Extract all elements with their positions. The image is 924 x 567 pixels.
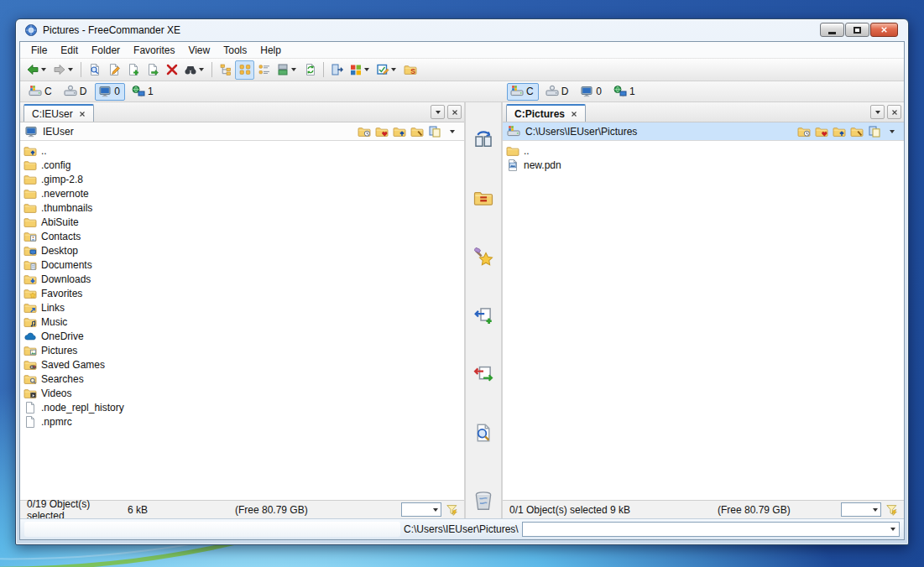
file-row[interactable]: .. (20, 143, 464, 158)
filter-combo[interactable] (401, 502, 441, 517)
delete-button[interactable] (162, 60, 181, 80)
maximize-button[interactable] (845, 23, 869, 37)
path-actions-caret[interactable] (445, 124, 460, 138)
drive-button-d[interactable]: D (60, 83, 92, 101)
preview-file-button[interactable] (472, 423, 494, 445)
new-file-button[interactable] (123, 60, 143, 80)
favorite-tools-button[interactable] (472, 247, 494, 268)
file-row[interactable]: .. (503, 143, 904, 158)
folder-up-level-button[interactable] (392, 124, 407, 138)
close-button[interactable] (870, 23, 898, 37)
tab-row-close-button[interactable] (447, 105, 462, 119)
sync-folders-button[interactable] (472, 364, 494, 386)
quick-exit-button[interactable] (327, 60, 347, 80)
menu-favorites[interactable]: Favorites (127, 43, 181, 58)
file-row[interactable]: Links (20, 300, 464, 315)
file-row[interactable]: Music (20, 315, 464, 329)
command-line-input[interactable] (522, 522, 900, 537)
dropdown-caret-icon[interactable] (39, 68, 48, 71)
forward-button[interactable] (50, 60, 77, 80)
menu-folder[interactable]: Folder (85, 43, 127, 58)
icons-view-button[interactable] (235, 60, 254, 80)
file-row[interactable]: Searches (20, 372, 464, 386)
dropdown-caret-icon[interactable] (363, 68, 371, 71)
copy-path-button[interactable] (427, 124, 442, 138)
tab-close-icon[interactable] (79, 111, 86, 117)
copy-path-button[interactable] (867, 124, 882, 138)
folder-root-button[interactable] (410, 124, 425, 138)
menu-tools[interactable]: Tools (217, 43, 253, 58)
left-tab[interactable]: C:IEUser (23, 104, 94, 122)
edit-file-button[interactable] (104, 60, 123, 80)
copy-add-button[interactable] (472, 305, 494, 327)
folder-heart-button[interactable] (374, 124, 389, 138)
filter-combo[interactable] (841, 502, 881, 517)
folder-sync-button[interactable]: S (400, 60, 420, 80)
menu-edit[interactable]: Edit (54, 43, 85, 58)
copy-file-button[interactable] (143, 60, 162, 80)
right-path-bar[interactable]: C:\Users\IEUser\Pictures (503, 122, 904, 141)
file-row[interactable]: OneDrive (20, 329, 464, 343)
dropdown-caret-icon[interactable] (389, 68, 398, 71)
minimize-button[interactable] (820, 23, 844, 37)
drive-button-1[interactable]: 1 (128, 83, 159, 101)
windows-tools-button[interactable] (347, 60, 373, 80)
file-row[interactable]: AbiSuite (20, 215, 464, 229)
view-file-button[interactable] (85, 60, 104, 80)
title-bar[interactable]: Pictures - FreeCommander XE (19, 19, 905, 41)
menu-help[interactable]: Help (253, 43, 288, 58)
tab-close-icon[interactable] (571, 111, 577, 117)
file-row[interactable]: .gimp-2.8 (20, 172, 464, 186)
dropdown-caret-icon[interactable] (66, 68, 75, 71)
folder-heart-button[interactable] (814, 124, 829, 138)
folder-root-button[interactable] (849, 124, 864, 138)
file-row[interactable]: Desktop (20, 243, 464, 257)
back-button[interactable] (23, 60, 50, 80)
split-view-button[interactable] (274, 60, 300, 80)
folder-up-level-button[interactable] (832, 124, 847, 138)
file-row[interactable]: Videos (20, 386, 464, 400)
file-row[interactable]: .node_repl_history (20, 400, 464, 414)
tab-list-button[interactable] (870, 105, 885, 119)
search-button[interactable] (181, 60, 208, 80)
file-row[interactable]: .thumbnails (20, 200, 464, 215)
drive-button-c[interactable]: C (25, 83, 57, 101)
file-row[interactable]: .config (20, 158, 464, 172)
file-row[interactable]: Pictures (20, 343, 464, 357)
drive-button-0[interactable]: 0 (577, 83, 607, 101)
file-row[interactable]: new.pdn (503, 158, 904, 172)
drive-button-c[interactable]: C (507, 83, 539, 101)
tab-list-button[interactable] (431, 105, 445, 119)
file-row[interactable]: Contacts (20, 229, 464, 243)
file-row[interactable]: .nevernote (20, 186, 464, 200)
compare-folders-button[interactable] (472, 188, 494, 210)
right-tab[interactable]: C:Pictures (506, 104, 586, 122)
drive-button-0[interactable]: 0 (95, 83, 125, 101)
menu-view[interactable]: View (181, 43, 217, 58)
file-row[interactable]: Downloads (20, 272, 464, 286)
recycle-bin-button[interactable] (471, 486, 496, 513)
swap-panels-button[interactable] (472, 129, 494, 151)
drive-button-d[interactable]: D (542, 83, 574, 101)
path-actions-caret[interactable] (885, 124, 900, 138)
file-row[interactable]: Favorites (20, 286, 464, 300)
folder-history-button[interactable] (357, 124, 372, 138)
list-view-button[interactable] (254, 60, 274, 80)
dropdown-caret-icon[interactable] (290, 68, 298, 71)
folder-history-button[interactable] (796, 124, 812, 138)
right-file-list[interactable]: ..new.pdn (503, 141, 904, 500)
left-file-list[interactable]: ...config.gimp-2.8.nevernote.thumbnailsA… (20, 141, 464, 500)
tab-row-close-button[interactable] (887, 105, 901, 119)
file-row[interactable]: Documents (20, 257, 464, 272)
refresh-button[interactable] (300, 60, 320, 80)
file-row[interactable]: .npmrc (20, 414, 464, 429)
folder-tree-button[interactable] (216, 60, 235, 80)
dropdown-caret-icon[interactable] (197, 68, 206, 71)
left-path-bar[interactable]: IEUser (20, 122, 464, 141)
file-row[interactable]: Saved Games (20, 357, 464, 372)
filter-icon[interactable] (446, 503, 459, 517)
edit-settings-button[interactable] (373, 60, 400, 80)
filter-icon[interactable] (885, 503, 899, 517)
drive-button-1[interactable]: 1 (610, 83, 640, 101)
menu-file[interactable]: File (24, 43, 54, 58)
